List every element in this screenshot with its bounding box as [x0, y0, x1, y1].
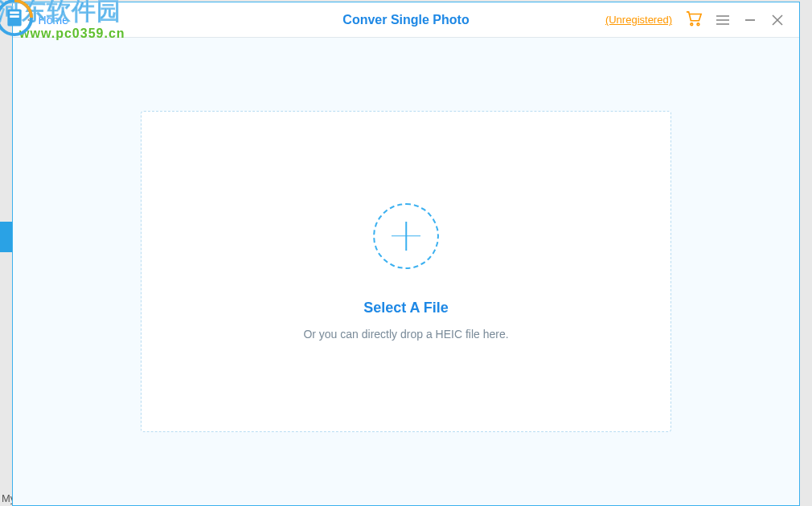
unregistered-link[interactable]: (Unregistered)	[605, 14, 672, 26]
menu-icon[interactable]	[716, 13, 730, 27]
back-arrow-icon: <	[27, 14, 34, 26]
home-label: Home	[39, 14, 68, 27]
file-drop-zone[interactable]: Select A File Or you can directly drop a…	[141, 111, 671, 432]
svg-point-0	[691, 22, 693, 25]
background-sidebar-fragment	[0, 222, 12, 252]
title-bar-right: (Unregistered)	[605, 10, 785, 30]
page-title: Conver Single Photo	[342, 13, 469, 27]
home-button[interactable]: < Home	[27, 14, 68, 27]
plus-icon	[392, 222, 420, 251]
minimize-icon[interactable]	[743, 13, 757, 27]
select-file-subtitle: Or you can directly drop a HEIC file her…	[303, 328, 508, 341]
title-bar: < Home Conver Single Photo (Unregistered…	[13, 2, 799, 38]
close-icon[interactable]	[770, 13, 785, 27]
svg-point-1	[697, 22, 699, 25]
app-window: < Home Conver Single Photo (Unregistered…	[12, 2, 800, 506]
select-file-title: Select A File	[363, 300, 449, 316]
cart-icon[interactable]	[685, 10, 703, 30]
add-file-icon	[373, 203, 439, 269]
content-area: Select A File Or you can directly drop a…	[13, 38, 799, 505]
